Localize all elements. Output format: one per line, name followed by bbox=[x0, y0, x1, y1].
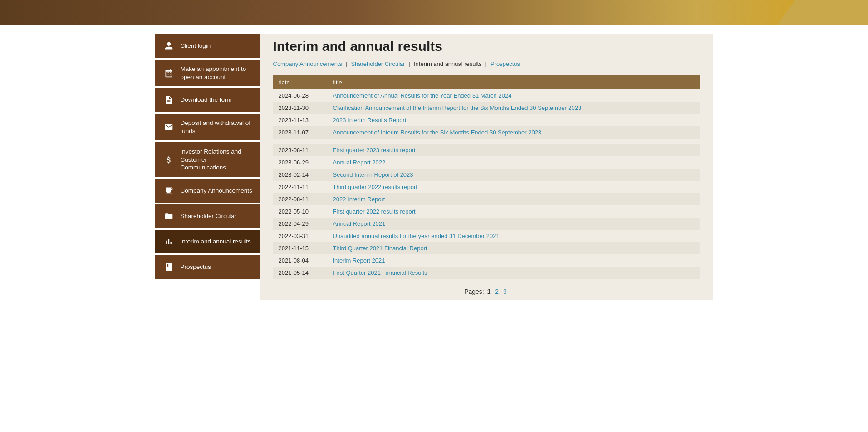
result-link[interactable]: Third Quarter 2021 Financial Report bbox=[333, 245, 427, 252]
col-title: title bbox=[328, 75, 700, 89]
sidebar-item-interim-annual-label: Interim and annual results bbox=[181, 238, 251, 246]
table-cell-date: 2021-08-04 bbox=[273, 254, 328, 267]
table-row: 2021-08-04Interim Report 2021 bbox=[273, 254, 700, 267]
result-link[interactable]: Annual Report 2021 bbox=[333, 220, 386, 227]
table-header-row: date title bbox=[273, 75, 700, 89]
col-date: date bbox=[273, 75, 328, 89]
table-cell-title[interactable]: Third quarter 2022 results report bbox=[328, 181, 700, 193]
sidebar-item-interim-annual[interactable]: Interim and annual results bbox=[155, 230, 260, 253]
sidebar-item-client-login-label: Client login bbox=[181, 42, 211, 50]
table-cell-title[interactable]: Third Quarter 2021 Financial Report bbox=[328, 242, 700, 254]
chart-icon bbox=[162, 237, 176, 246]
result-link[interactable]: First quarter 2023 results report bbox=[333, 147, 416, 154]
table-cell-date: 2023-11-30 bbox=[273, 102, 328, 114]
pagination-page-3[interactable]: 3 bbox=[503, 288, 507, 295]
sidebar-item-make-appointment-label: Make an appointment to open an account bbox=[181, 65, 253, 81]
calendar-icon bbox=[162, 69, 176, 78]
sidebar-item-deposit-withdrawal[interactable]: Deposit and withdrawal of funds bbox=[155, 114, 260, 140]
result-link[interactable]: 2023 Interim Results Report bbox=[333, 117, 407, 124]
table-cell-date: 2023-02-14 bbox=[273, 169, 328, 181]
table-cell-date: 2022-04-29 bbox=[273, 218, 328, 230]
table-cell-title[interactable]: 2023 Interim Results Report bbox=[328, 114, 700, 126]
table-cell-date: 2021-05-14 bbox=[273, 267, 328, 279]
table-row: 2022-08-112022 Interim Report bbox=[273, 193, 700, 205]
result-link[interactable]: Third quarter 2022 results report bbox=[333, 184, 417, 190]
separator-2: | bbox=[407, 60, 412, 67]
sidebar-item-client-login[interactable]: Client login bbox=[155, 34, 260, 58]
breadcrumb-current: Interim and annual results bbox=[414, 60, 482, 67]
page-title: Interim and annual results bbox=[273, 39, 700, 54]
separator-3: | bbox=[484, 60, 489, 67]
result-link[interactable]: Clarification Announcement of the Interi… bbox=[333, 104, 582, 111]
table-cell-title[interactable]: Annual Report 2022 bbox=[328, 156, 700, 169]
table-row: 2021-11-15Third Quarter 2021 Financial R… bbox=[273, 242, 700, 254]
table-cell-title[interactable]: Second Interim Report of 2023 bbox=[328, 169, 700, 181]
result-link[interactable]: First Quarter 2021 Financial Results bbox=[333, 269, 427, 276]
breadcrumb-company-announcements[interactable]: Company Announcements bbox=[273, 60, 342, 67]
person-icon bbox=[162, 41, 176, 50]
form-icon bbox=[162, 95, 176, 104]
sidebar-item-make-appointment[interactable]: Make an appointment to open an account bbox=[155, 60, 260, 86]
result-link[interactable]: Announcement of Annual Results for the Y… bbox=[333, 92, 512, 99]
main-content: Interim and annual results Company Annou… bbox=[260, 34, 713, 300]
table-cell-title[interactable]: Interim Report 2021 bbox=[328, 254, 700, 267]
breadcrumb-shareholder-circular[interactable]: Shareholder Circular bbox=[351, 60, 405, 67]
table-cell-title[interactable]: Announcement of Interim Results for the … bbox=[328, 126, 700, 139]
table-cell-date: 2023-08-11 bbox=[273, 144, 328, 156]
table-row: 2023-08-11First quarter 2023 results rep… bbox=[273, 144, 700, 156]
table-row: 2021-05-14First Quarter 2021 Financial R… bbox=[273, 267, 700, 279]
table-cell-date: 2024-06-28 bbox=[273, 89, 328, 102]
table-row: 2022-04-29Annual Report 2021 bbox=[273, 218, 700, 230]
table-row: 2023-11-07Announcement of Interim Result… bbox=[273, 126, 700, 139]
sidebar-item-download-form[interactable]: Download the form bbox=[155, 88, 260, 112]
table-cell-date: 2022-03-31 bbox=[273, 230, 328, 242]
dollar-icon bbox=[162, 155, 176, 164]
table-cell-title[interactable]: Clarification Announcement of the Interi… bbox=[328, 102, 700, 114]
sidebar-item-investor-relations-label: Investor Relations and Customer Communic… bbox=[181, 148, 253, 172]
result-link[interactable]: 2022 Interim Report bbox=[333, 196, 385, 203]
breadcrumb-prospectus[interactable]: Prospectus bbox=[490, 60, 520, 67]
table-cell-title[interactable]: First quarter 2022 results report bbox=[328, 205, 700, 218]
breadcrumb: Company Announcements | Shareholder Circ… bbox=[273, 60, 700, 67]
envelope-icon bbox=[162, 123, 176, 132]
table-row: 2022-03-31Unaudited annual results for t… bbox=[273, 230, 700, 242]
table-row: 2022-05-10First quarter 2022 results rep… bbox=[273, 205, 700, 218]
table-cell-date: 2023-06-29 bbox=[273, 156, 328, 169]
sidebar-item-prospectus-label: Prospectus bbox=[181, 263, 211, 271]
table-row: 2024-06-28Announcement of Annual Results… bbox=[273, 89, 700, 102]
pagination-page-2[interactable]: 2 bbox=[495, 288, 499, 295]
folder-icon bbox=[162, 212, 176, 221]
table-cell-date: 2022-11-11 bbox=[273, 181, 328, 193]
table-row: 2022-11-11Third quarter 2022 results rep… bbox=[273, 181, 700, 193]
result-link[interactable]: Second Interim Report of 2023 bbox=[333, 171, 413, 178]
table-cell-date: 2022-05-10 bbox=[273, 205, 328, 218]
sidebar-item-investor-relations[interactable]: Investor Relations and Customer Communic… bbox=[155, 142, 260, 177]
table-row bbox=[273, 139, 700, 144]
table-row: 2023-11-132023 Interim Results Report bbox=[273, 114, 700, 126]
table-cell-title[interactable]: 2022 Interim Report bbox=[328, 193, 700, 205]
sidebar-item-company-announcements-label: Company Announcements bbox=[181, 187, 252, 195]
result-link[interactable]: Announcement of Interim Results for the … bbox=[333, 129, 542, 136]
sidebar-item-prospectus[interactable]: Prospectus bbox=[155, 255, 260, 279]
result-link[interactable]: First quarter 2022 results report bbox=[333, 208, 416, 215]
sidebar-item-company-announcements[interactable]: Company Announcements bbox=[155, 179, 260, 203]
pages-label: Pages: bbox=[464, 288, 484, 295]
pagination-current: 1 bbox=[487, 288, 491, 295]
result-link[interactable]: Annual Report 2022 bbox=[333, 159, 386, 166]
sidebar-item-shareholder-circular-label: Shareholder Circular bbox=[181, 212, 237, 220]
pagination: Pages: 1 2 3 bbox=[273, 288, 700, 295]
table-cell-title[interactable]: Announcement of Annual Results for the Y… bbox=[328, 89, 700, 102]
table-cell-title[interactable]: First quarter 2023 results report bbox=[328, 144, 700, 156]
table-cell-title[interactable]: Annual Report 2021 bbox=[328, 218, 700, 230]
sidebar: Client login Make an appointment to open… bbox=[155, 34, 260, 300]
result-link[interactable]: Interim Report 2021 bbox=[333, 257, 385, 264]
result-link[interactable]: Unaudited annual results for the year en… bbox=[333, 233, 500, 239]
table-cell-title[interactable]: Unaudited annual results for the year en… bbox=[328, 230, 700, 242]
table-row: 2023-02-14Second Interim Report of 2023 bbox=[273, 169, 700, 181]
table-cell-date: 2021-11-15 bbox=[273, 242, 328, 254]
sidebar-item-download-form-label: Download the form bbox=[181, 96, 232, 104]
results-table: date title 2024-06-28Announcement of Ann… bbox=[273, 75, 700, 279]
table-cell-title[interactable]: First Quarter 2021 Financial Results bbox=[328, 267, 700, 279]
table-cell-date: 2023-11-07 bbox=[273, 126, 328, 139]
sidebar-item-shareholder-circular[interactable]: Shareholder Circular bbox=[155, 204, 260, 228]
